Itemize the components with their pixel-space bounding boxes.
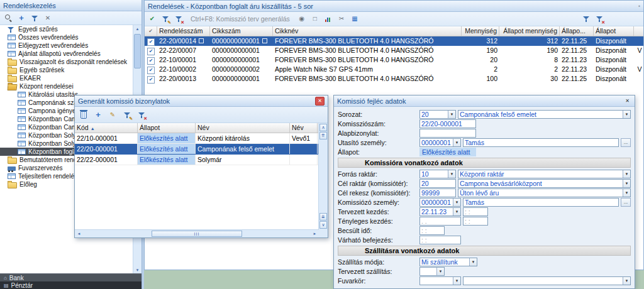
combo-field[interactable]: 00000001▼: [419, 198, 461, 207]
dropdown-icon[interactable]: ▼: [436, 268, 444, 275]
nav-up-double-icon[interactable]: ⇈: [319, 132, 327, 139]
text-field[interactable]: Tamás: [463, 198, 619, 207]
column-header[interactable]: Állapot: [138, 123, 196, 133]
dropdown-icon[interactable]: ▼: [623, 170, 630, 178]
row-checkbox-icon[interactable]: ✔: [147, 48, 155, 55]
multiselect-icon[interactable]: ✔: [147, 14, 157, 24]
text-field[interactable]: 99999: [419, 188, 456, 197]
combo-field[interactable]: Úton lévő áru▼: [458, 188, 631, 197]
search-icon[interactable]: [3, 13, 13, 23]
pin-icon[interactable]: ▪: [638, 3, 640, 9]
column-header[interactable]: Állapot mennyiség: [499, 26, 560, 36]
close-icon[interactable]: ✕: [623, 97, 631, 105]
edit-icon[interactable]: ✎: [108, 110, 118, 120]
column-header[interactable]: Állapo...: [560, 26, 594, 36]
tree-item[interactable]: EKAER: [0, 74, 133, 82]
tree-item[interactable]: Összes vevőrendelés: [0, 33, 133, 41]
column-header[interactable]: Állapot: [594, 26, 634, 36]
table-row[interactable]: ✔22-10/000010000000000001FOREVER BMS-300…: [145, 55, 643, 65]
combo-field[interactable]: ▼: [463, 276, 631, 285]
column-header[interactable]: ✔: [145, 26, 157, 36]
table-row[interactable]: ✔22-20/000130000000000001FOREVER BMS-300…: [145, 74, 643, 84]
row-checkbox-icon[interactable]: ✔: [147, 67, 155, 74]
text-field[interactable]: . .: [419, 217, 461, 226]
delete-icon[interactable]: [79, 110, 89, 120]
add-icon[interactable]: +: [93, 110, 103, 120]
dropdown-icon[interactable]: ▼: [623, 111, 630, 118]
hscroll-track[interactable]: III: [83, 230, 311, 237]
dropdown-icon[interactable]: ▼: [469, 258, 477, 266]
sidebar-bottom-item[interactable]: ▤Pénztár: [0, 281, 142, 289]
column-header[interactable]: Kód▲: [75, 123, 138, 133]
table-row[interactable]: ✔22-20/000140000000000001FOREVER BMS-300…: [145, 36, 643, 46]
row-checkbox-icon[interactable]: ✔: [147, 38, 155, 46]
text-field[interactable]: : :: [419, 236, 461, 244]
column-header[interactable]: Cikknév: [273, 26, 462, 36]
tree-item[interactable]: Ajánlat állapotú vevőrendelés: [0, 50, 133, 58]
dropdown-icon[interactable]: ▼: [453, 277, 460, 285]
clear-filter-icon[interactable]: ✕: [43, 13, 53, 23]
tree-item[interactable]: Központ rendelései: [0, 82, 133, 90]
filter-clear-icon[interactable]: ✕: [136, 110, 147, 120]
sidebar-bottom-item[interactable]: ⌂Bank: [0, 274, 142, 281]
column-header[interactable]: Cikkszám: [210, 26, 273, 36]
frame-icon[interactable]: □: [310, 14, 320, 24]
combo-field[interactable]: 22.11.23▼: [419, 207, 461, 216]
combo-field[interactable]: Campona bevásárlóközpont▼: [458, 179, 631, 188]
combo-field[interactable]: ▼: [419, 276, 461, 285]
column-header[interactable]: Név: [290, 123, 318, 133]
hscroll-thumb[interactable]: III: [152, 231, 243, 237]
column-header[interactable]: Rendelésszám: [157, 26, 210, 36]
dropdown-icon[interactable]: ▼: [623, 189, 630, 197]
combo-field[interactable]: Mi szállítunk▼: [419, 258, 477, 266]
row-checkbox-icon[interactable]: ✔: [147, 76, 155, 84]
column-header[interactable]: Név: [196, 123, 290, 133]
table-row[interactable]: ✔22-10/000020000000000002Apple Watch Nik…: [145, 65, 643, 74]
grid-icon[interactable]: ▦: [350, 14, 360, 24]
filter-x-icon[interactable]: ✕: [594, 14, 604, 24]
list-item[interactable]: 22/20-000001Előkészítés alattCamponának …: [75, 144, 318, 155]
scroll-right-icon[interactable]: ►: [311, 230, 319, 237]
dropdown-icon[interactable]: ▼: [453, 208, 460, 215]
text-field[interactable]: [419, 129, 476, 138]
dialog-hscrollbar[interactable]: ◄ III ►: [75, 229, 319, 237]
text-field[interactable]: : :: [463, 217, 488, 226]
tree-item[interactable]: Előjegyzett vevőrendelés: [0, 41, 133, 50]
combo-field[interactable]: Központi raktár▼: [458, 170, 631, 178]
text-field[interactable]: : :: [463, 207, 488, 216]
chart-icon[interactable]: [323, 14, 333, 24]
dropdown-icon[interactable]: ▼: [448, 170, 455, 178]
table-row[interactable]: ✔22-22/000070000000000001FOREVER BMS-300…: [145, 46, 643, 55]
filter-clear-icon[interactable]: ✕: [174, 14, 184, 24]
column-header[interactable]: Mennyiség: [462, 26, 499, 36]
nav-down-icon[interactable]: ∨: [319, 221, 327, 229]
filter-edit-icon[interactable]: ✎: [160, 14, 170, 24]
combo-field[interactable]: ▼: [419, 267, 445, 276]
dropdown-icon[interactable]: ▼: [453, 199, 460, 206]
preview-icon[interactable]: ◉: [297, 14, 307, 24]
filter-icon[interactable]: [30, 13, 40, 23]
nav-down-double-icon[interactable]: ⇊: [319, 213, 327, 221]
dropdown-icon[interactable]: ▼: [448, 111, 455, 118]
filter-icon[interactable]: [581, 14, 591, 24]
text-field[interactable]: Tamás: [463, 138, 619, 147]
combo-field[interactable]: Camponának felső emelet▼: [458, 110, 631, 119]
dropdown-icon[interactable]: ▼: [623, 277, 630, 285]
resize-grip[interactable]: [319, 229, 328, 237]
tree-item[interactable]: Egyéb szűrések: [0, 66, 133, 74]
combo-field[interactable]: 10▼: [419, 170, 456, 178]
scroll-thumb[interactable]: [134, 34, 141, 68]
ellipsis-button[interactable]: ...: [621, 198, 631, 207]
text-field[interactable]: : :: [419, 226, 445, 235]
text-field[interactable]: 20: [419, 179, 456, 188]
list-item[interactable]: 22/10-000001Előkészítés alattKözponti ki…: [75, 133, 318, 144]
nav-up-icon[interactable]: ∧: [319, 124, 327, 131]
text-field[interactable]: 22/20-000001: [419, 119, 476, 128]
column-header[interactable]: [634, 26, 643, 36]
combo-field[interactable]: 20▼: [419, 110, 456, 119]
dropdown-icon[interactable]: ▼: [453, 139, 460, 146]
dropdown-icon[interactable]: ▼: [623, 180, 630, 187]
tree-item[interactable]: Egyedi szűrés: [0, 25, 133, 33]
add-icon[interactable]: +: [16, 13, 26, 23]
combo-field[interactable]: 00000001▼: [419, 138, 461, 147]
